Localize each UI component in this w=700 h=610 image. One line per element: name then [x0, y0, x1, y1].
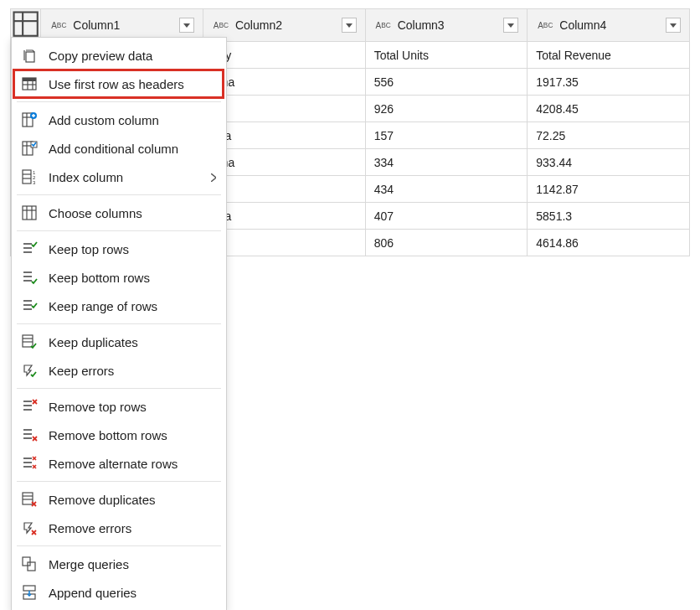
menu-remove-bottom-rows[interactable]: Remove bottom rows — [12, 421, 226, 449]
menu-append-queries[interactable]: Append queries — [12, 578, 226, 607]
column-filter-button[interactable] — [503, 18, 518, 33]
menu-label: Keep range of rows — [49, 299, 157, 313]
cell[interactable]: 157 — [365, 122, 528, 149]
cell[interactable]: 556 — [365, 69, 528, 96]
cell[interactable]: 806 — [365, 230, 528, 256]
menu-label: Use first row as headers — [49, 77, 184, 91]
cell[interactable]: ama — [203, 69, 365, 96]
datatype-icon: ABC — [212, 18, 230, 33]
menu-copy-preview[interactable]: Copy preview data — [12, 41, 226, 70]
cell[interactable]: ama — [203, 149, 365, 176]
index-column-icon: 123 — [20, 168, 39, 186]
column-filter-button[interactable] — [179, 18, 194, 33]
keep-bottom-rows-icon — [20, 268, 39, 287]
menu-add-conditional-column[interactable]: Add conditional column — [12, 134, 226, 163]
column-header-4[interactable]: ABC Column4 — [528, 9, 690, 42]
menu-label: Keep duplicates — [49, 335, 138, 349]
keep-range-rows-icon — [20, 297, 39, 315]
table-context-menu: Copy preview data Use first row as heade… — [11, 37, 227, 610]
menu-label: Append queries — [49, 586, 136, 600]
svg-rect-36 — [23, 335, 33, 347]
cell[interactable]: 4208.45 — [528, 96, 690, 122]
menu-label: Remove duplicates — [49, 493, 156, 507]
svg-rect-65 — [23, 586, 35, 591]
menu-index-column[interactable]: 123 Index column — [12, 163, 226, 191]
cell[interactable]: Total Revenue — [528, 42, 690, 69]
cell[interactable]: 1917.35 — [528, 69, 690, 96]
svg-rect-64 — [28, 562, 35, 571]
column-header-3[interactable]: ABC Column3 — [365, 9, 528, 42]
menu-separator — [17, 481, 221, 482]
cell[interactable]: 933.44 — [528, 149, 690, 176]
column-label: Column4 — [559, 18, 606, 32]
menu-keep-range-rows[interactable]: Keep range of rows — [12, 292, 226, 320]
merge-queries-icon — [20, 555, 39, 573]
datatype-icon: ABC — [536, 18, 554, 33]
keep-errors-icon — [20, 361, 39, 380]
menu-separator — [17, 101, 221, 102]
cell[interactable]: ntry — [203, 42, 365, 69]
keep-duplicates-icon — [20, 333, 39, 351]
menu-keep-duplicates[interactable]: Keep duplicates — [12, 328, 226, 356]
menu-label: Keep top rows — [49, 242, 129, 256]
cell[interactable]: 434 — [365, 176, 528, 203]
cell[interactable]: ada — [203, 122, 365, 149]
menu-choose-columns[interactable]: Choose columns — [12, 199, 226, 227]
menu-label: Add custom column — [49, 113, 159, 127]
cell[interactable]: Total Units — [365, 42, 528, 69]
keep-top-rows-icon — [20, 240, 39, 258]
menu-label: Remove bottom rows — [49, 428, 167, 442]
menu-separator — [17, 194, 221, 195]
choose-columns-icon — [20, 204, 39, 222]
svg-rect-5 — [23, 78, 36, 81]
menu-label: Remove top rows — [49, 400, 147, 414]
svg-rect-17 — [23, 170, 31, 184]
column-label: Column2 — [235, 18, 282, 32]
column-filter-button[interactable] — [342, 18, 357, 33]
menu-keep-top-rows[interactable]: Keep top rows — [12, 235, 226, 263]
column-header-2[interactable]: ABC Column2 — [203, 9, 365, 42]
menu-use-first-row-as-headers[interactable]: Use first row as headers — [12, 70, 226, 98]
svg-rect-56 — [23, 493, 33, 504]
menu-remove-errors[interactable]: Remove errors — [12, 514, 226, 542]
column-label: Column3 — [398, 18, 445, 32]
menu-merge-queries[interactable]: Merge queries — [12, 550, 226, 578]
cell[interactable]: 4614.86 — [528, 230, 690, 256]
menu-keep-bottom-rows[interactable]: Keep bottom rows — [12, 263, 226, 292]
cell[interactable]: 334 — [365, 149, 528, 176]
column-filter-button[interactable] — [666, 18, 681, 33]
menu-label: Add conditional column — [49, 142, 178, 156]
menu-label: Keep errors — [49, 364, 114, 378]
svg-rect-3 — [26, 52, 34, 62]
cell[interactable]: ada — [203, 203, 365, 230]
datatype-icon: ABC — [374, 18, 393, 33]
remove-bottom-rows-icon — [20, 426, 39, 444]
submenu-arrow-icon — [211, 170, 216, 184]
svg-text:3: 3 — [33, 180, 36, 185]
promote-headers-icon — [20, 75, 39, 93]
menu-remove-alternate-rows[interactable]: Remove alternate rows — [12, 449, 226, 478]
cell[interactable]: A — [203, 96, 365, 122]
svg-rect-63 — [23, 557, 30, 566]
menu-keep-errors[interactable]: Keep errors — [12, 356, 226, 385]
menu-label: Remove errors — [49, 521, 131, 535]
conditional-column-icon — [20, 139, 39, 158]
menu-label: Choose columns — [49, 206, 142, 220]
menu-separator — [17, 388, 221, 389]
cell[interactable]: 72.25 — [528, 122, 690, 149]
cell[interactable]: ico — [203, 230, 365, 256]
menu-remove-top-rows[interactable]: Remove top rows — [12, 392, 226, 421]
menu-label: Keep bottom rows — [49, 271, 150, 285]
menu-label: Merge queries — [49, 557, 129, 571]
menu-separator — [17, 545, 221, 546]
cell[interactable]: A — [203, 176, 365, 203]
remove-alternate-rows-icon — [20, 454, 39, 473]
menu-remove-duplicates[interactable]: Remove duplicates — [12, 485, 226, 514]
column-label: Column1 — [73, 18, 120, 32]
cell[interactable]: 407 — [365, 203, 528, 230]
cell[interactable]: 1142.87 — [528, 176, 690, 203]
cell[interactable]: 5851.3 — [528, 203, 690, 230]
menu-add-custom-column[interactable]: Add custom column — [12, 106, 226, 134]
cell[interactable]: 926 — [365, 96, 528, 122]
remove-duplicates-icon — [20, 490, 39, 509]
